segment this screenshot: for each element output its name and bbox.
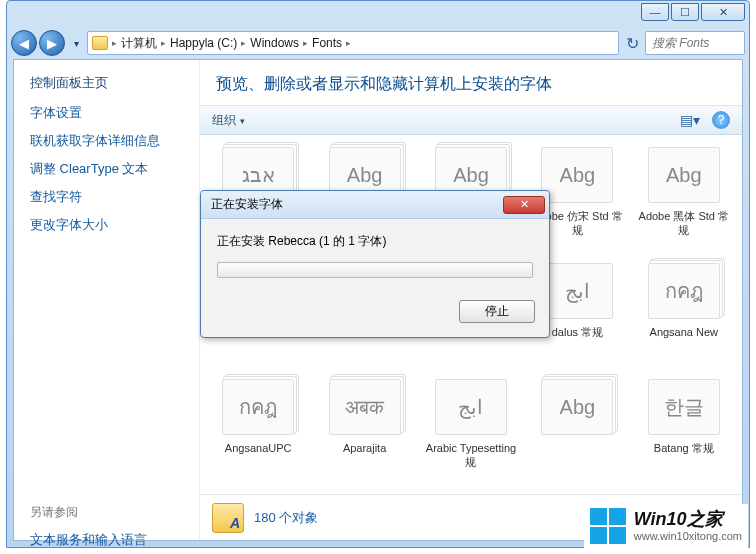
font-thumb: Abg xyxy=(541,147,613,203)
breadcrumb[interactable]: Windows▸ xyxy=(250,36,308,50)
font-thumb: กคฎ xyxy=(648,263,720,319)
breadcrumb[interactable]: Fonts▸ xyxy=(312,36,351,50)
close-button[interactable]: ✕ xyxy=(701,3,745,21)
sidebar-header: 控制面板主页 xyxy=(30,74,183,92)
font-label: Arabic Typesetting 规 xyxy=(421,441,521,470)
stop-button[interactable]: 停止 xyxy=(459,300,535,323)
font-thumb: กคฎ xyxy=(222,379,294,435)
title-bar: — ☐ ✕ xyxy=(7,1,749,27)
folder-icon xyxy=(92,36,108,50)
sidebar-link[interactable]: 查找字符 xyxy=(30,188,183,206)
font-thumb: अबक xyxy=(329,379,401,435)
breadcrumb[interactable]: Happyla (C:)▸ xyxy=(170,36,246,50)
sidebar-link[interactable]: 更改字体大小 xyxy=(30,216,183,234)
font-thumb: Abg xyxy=(541,379,613,435)
forward-button[interactable]: ▶ xyxy=(39,30,65,56)
font-item[interactable]: Abg xyxy=(527,379,627,489)
sidebar-link[interactable]: 调整 ClearType 文本 xyxy=(30,160,183,178)
font-item[interactable]: 한글Batang 常规 xyxy=(634,379,734,489)
sidebar-link[interactable]: 联机获取字体详细信息 xyxy=(30,132,183,150)
font-label: Adobe 黑体 Std 常规 xyxy=(634,209,734,238)
page-title: 预览、删除或者显示和隐藏计算机上安装的字体 xyxy=(216,74,726,95)
watermark-url: www.win10xitong.com xyxy=(634,530,742,542)
sidebar-link[interactable]: 文本服务和输入语言 xyxy=(30,531,183,549)
maximize-button[interactable]: ☐ xyxy=(671,3,699,21)
font-item[interactable]: กคฎAngsanaUPC xyxy=(208,379,308,489)
dialog-button-row: 停止 xyxy=(201,290,549,337)
windows-logo-icon xyxy=(590,508,626,544)
font-item[interactable]: กคฎAngsana New xyxy=(634,263,734,373)
back-button[interactable]: ◀ xyxy=(11,30,37,56)
history-dropdown[interactable]: ▾ xyxy=(67,30,85,56)
dialog-body: 正在安装 Rebecca (1 的 1 字体) xyxy=(201,219,549,290)
watermark: Win10之家 www.win10xitong.com xyxy=(584,504,748,548)
chevron-right-icon: ▸ xyxy=(112,38,117,48)
install-font-dialog: 正在安装字体 ✕ 正在安装 Rebecca (1 的 1 字体) 停止 xyxy=(200,190,550,338)
command-bar: 组织 ▤▾ ? xyxy=(200,105,742,135)
progress-bar xyxy=(217,262,533,278)
font-thumb: ابج xyxy=(435,379,507,435)
nav-toolbar: ◀ ▶ ▾ ▸ 计算机▸ Happyla (C:)▸ Windows▸ Font… xyxy=(7,27,749,59)
fonts-folder-icon xyxy=(212,503,244,533)
organize-dropdown[interactable]: 组织 xyxy=(212,112,245,129)
font-item[interactable]: अबकAparajita xyxy=(314,379,414,489)
font-thumb: Abg xyxy=(648,147,720,203)
object-count: 180 个对象 xyxy=(254,509,318,527)
dialog-title: 正在安装字体 xyxy=(211,196,283,213)
breadcrumb[interactable]: 计算机▸ xyxy=(121,35,166,52)
sidebar-link[interactable]: 字体设置 xyxy=(30,104,183,122)
font-label: Aparajita xyxy=(343,441,386,455)
see-also-header: 另请参阅 xyxy=(30,504,183,521)
font-label: AngsanaUPC xyxy=(225,441,292,455)
font-label: Angsana New xyxy=(650,325,719,339)
search-input[interactable]: 搜索 Fonts xyxy=(645,31,745,55)
dialog-message: 正在安装 Rebecca (1 的 1 字体) xyxy=(217,233,533,250)
view-options-icon[interactable]: ▤▾ xyxy=(680,112,700,128)
dialog-title-bar: 正在安装字体 ✕ xyxy=(201,191,549,219)
font-label: Batang 常规 xyxy=(654,441,714,455)
content-header: 预览、删除或者显示和隐藏计算机上安装的字体 xyxy=(200,60,742,105)
sidebar: 控制面板主页 字体设置 联机获取字体详细信息 调整 ClearType 文本 查… xyxy=(14,60,200,540)
font-label: dalus 常规 xyxy=(552,325,603,339)
font-item[interactable]: AbgAdobe 黑体 Std 常规 xyxy=(634,147,734,257)
font-thumb: 한글 xyxy=(648,379,720,435)
minimize-button[interactable]: — xyxy=(641,3,669,21)
dialog-close-button[interactable]: ✕ xyxy=(503,196,545,214)
help-icon[interactable]: ? xyxy=(712,111,730,129)
address-bar[interactable]: ▸ 计算机▸ Happyla (C:)▸ Windows▸ Fonts▸ xyxy=(87,31,619,55)
watermark-title: Win10之家 xyxy=(634,510,742,530)
refresh-button[interactable]: ↻ xyxy=(621,32,643,54)
caption-buttons: — ☐ ✕ xyxy=(641,3,745,21)
font-item[interactable]: ابجArabic Typesetting 规 xyxy=(421,379,521,489)
font-thumb: ابج xyxy=(541,263,613,319)
